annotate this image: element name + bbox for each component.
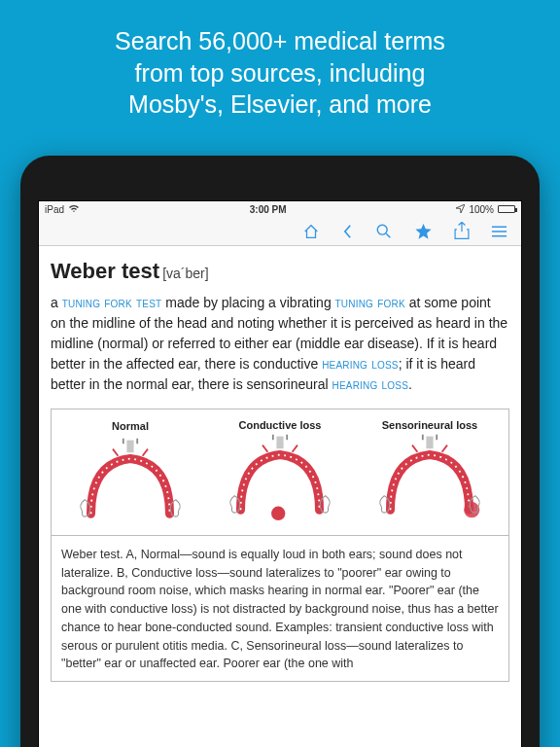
back-icon[interactable]: [341, 223, 354, 240]
definition-text: a tuning fork test made by placing a vib…: [51, 293, 509, 395]
link-hearing-loss-1[interactable]: hearing loss: [322, 356, 399, 372]
diagram-normal: Normal: [55, 419, 205, 529]
figure-box: Normal Conductive loss: [51, 409, 509, 682]
carrier-label: iPad: [45, 204, 64, 215]
diagram-conductive: Conductive loss: [205, 419, 355, 529]
ear-diagram-icon: [55, 437, 205, 524]
svg-point-0: [377, 225, 387, 234]
menu-icon[interactable]: [491, 225, 508, 238]
location-icon: [456, 204, 465, 215]
tablet-frame: iPad 3:00 PM 100%: [20, 156, 540, 747]
link-tuning-fork-test[interactable]: tuning fork test: [62, 295, 162, 310]
status-bar: iPad 3:00 PM 100%: [39, 201, 521, 217]
svg-rect-5: [126, 440, 133, 452]
battery-percent: 100%: [469, 204, 494, 215]
app-screen: iPad 3:00 PM 100%: [38, 200, 522, 747]
wifi-icon: [68, 204, 80, 215]
promo-heading: Search 56,000+ medical terms from top so…: [0, 0, 560, 138]
figure-caption: Weber test. A, Normal—sound is equally l…: [52, 536, 508, 681]
link-tuning-fork[interactable]: tuning fork: [335, 295, 405, 310]
svg-point-9: [464, 502, 479, 517]
diagram-sensorineural: Sensorineural loss: [355, 419, 505, 529]
ear-diagram-icon: [355, 433, 505, 520]
toolbar: [39, 217, 521, 246]
svg-line-1: [386, 233, 390, 237]
ear-diagram-icon: [205, 433, 355, 520]
term-title: Weber test: [51, 259, 159, 283]
link-hearing-loss-2[interactable]: hearing loss: [332, 376, 409, 392]
article-content: Weber test [va´ber] a tuning fork test m…: [39, 246, 521, 747]
diagram-row: Normal Conductive loss: [52, 409, 508, 536]
home-icon[interactable]: [302, 223, 320, 240]
svg-point-7: [271, 507, 285, 520]
svg-rect-8: [426, 437, 433, 449]
search-icon[interactable]: [375, 223, 393, 240]
clock: 3:00 PM: [250, 204, 287, 215]
star-icon[interactable]: [414, 223, 433, 240]
svg-rect-6: [276, 437, 283, 449]
share-icon[interactable]: [454, 222, 470, 240]
battery-icon: [498, 205, 515, 213]
pronunciation: [va´ber]: [162, 266, 208, 281]
